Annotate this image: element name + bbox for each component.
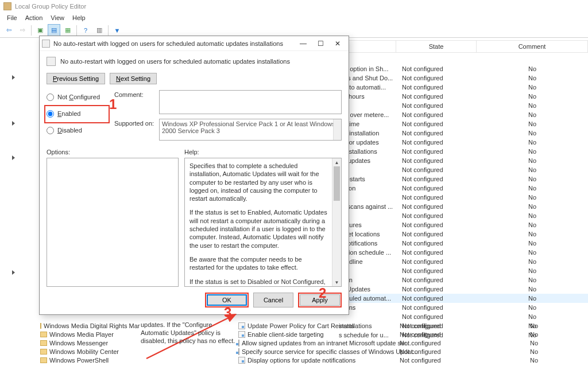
nav-back-button[interactable]: ⇦ — [2, 24, 15, 37]
comment-input[interactable] — [159, 90, 342, 114]
table-row[interactable]: Not configuredNo — [339, 193, 588, 202]
tree-item[interactable]: Windows Media Digital Rights Mar — [40, 321, 135, 330]
cell-comment: No — [477, 130, 588, 137]
table-row[interactable]: ernet locationsNot configuredNo — [339, 229, 588, 239]
table-row[interactable]: ates and Shut Do...Not configuredNo — [339, 73, 588, 83]
toolbar-separator — [76, 25, 77, 36]
grid-header-comment[interactable]: Comment — [477, 41, 588, 52]
policy-icon — [238, 340, 239, 346]
grid-header-state[interactable]: State — [396, 41, 477, 52]
folder-up-button[interactable]: ▣ — [34, 24, 47, 37]
scroll-thumb[interactable] — [334, 166, 340, 201]
cell-comment: No — [477, 221, 588, 228]
ok-button[interactable]: OK — [207, 294, 247, 306]
table-row[interactable]: d restartsNot configuredNo — [339, 174, 588, 184]
table-row[interactable]: ication schedule ...Not configuredNo — [339, 248, 588, 257]
table-row[interactable]: ent to automati...Not configuredNo — [339, 83, 588, 92]
tree-expand-icon[interactable] — [10, 75, 17, 81]
table-row[interactable]: Not configuredNo — [339, 211, 588, 220]
list-item[interactable]: Allow signed updates from an intranet Mi… — [238, 338, 399, 347]
cell-comment: No — [477, 286, 588, 293]
table-row[interactable]: Not configuredNo — [339, 101, 588, 110]
table-row[interactable]: Not configuredNo — [339, 266, 588, 275]
tree-item[interactable]: Windows Messenger — [40, 338, 135, 347]
table-row[interactable]: Not configuredNo — [400, 330, 588, 338]
tree-expand-icon[interactable] — [10, 270, 17, 277]
minimize-button[interactable]: — — [295, 37, 312, 50]
table-row[interactable]: deadlineNot configuredNo — [339, 257, 588, 266]
table-row[interactable]: wn' option in Sh...Not configuredNo — [339, 64, 588, 73]
scrollbar[interactable] — [333, 119, 341, 140]
table-row[interactable]: Not configuredNo — [400, 338, 588, 347]
cell-state: Not configured — [396, 166, 477, 173]
table-row[interactable]: ate installationNot configuredNo — [339, 129, 588, 138]
cell-comment: No — [477, 304, 588, 311]
radio-enabled[interactable]: Enabled — [47, 109, 105, 118]
apply-button[interactable]: Apply — [300, 294, 340, 306]
table-row[interactable]: Not configuredNo — [400, 347, 588, 356]
table-row[interactable]: ed timeNot configuredNo — [339, 119, 588, 129]
nav-forward-button[interactable]: ⇨ — [16, 24, 29, 37]
table-row[interactable]: tic UpdatesNot configuredNo — [339, 285, 588, 294]
tree-expand-icon[interactable] — [10, 120, 17, 127]
tree-expand-icon[interactable] — [10, 155, 17, 162]
table-row[interactable]: Not configuredNo — [400, 321, 588, 330]
export-button[interactable]: ▦ — [61, 24, 74, 37]
table-row[interactable]: e notificationsNot configuredNo — [339, 239, 588, 248]
scroll-up-icon[interactable]: ▲ — [332, 158, 341, 166]
radio-disabled-input[interactable] — [47, 127, 54, 134]
radio-not-configured[interactable]: Not Configured — [47, 92, 110, 102]
folder-icon — [40, 349, 47, 355]
menu-file[interactable]: File — [3, 13, 21, 22]
options-label: Options: — [47, 149, 179, 155]
policy-grid-bottom: Not configuredNoNot configuredNoNot conf… — [400, 321, 588, 364]
cell-state: Not configured — [396, 84, 477, 91]
refresh-button[interactable]: ▤ — [48, 24, 60, 37]
cell-state: Not configured — [396, 304, 477, 311]
dialog-description-row: No auto-restart with logged on users for… — [47, 57, 342, 66]
table-row[interactable]: se scans against ...Not configuredNo — [339, 202, 588, 211]
tree-item[interactable]: Windows Media Player — [40, 330, 135, 338]
table-row[interactable]: e installationsNot configuredNo — [339, 147, 588, 156]
menu-view[interactable]: View — [47, 13, 68, 22]
next-setting-button[interactable]: Next Setting — [110, 73, 157, 84]
radio-enabled-input[interactable] — [47, 110, 54, 118]
properties-button[interactable]: ▥ — [93, 24, 106, 37]
previous-setting-button[interactable]: Previous Setting — [47, 73, 105, 84]
menu-help[interactable]: Help — [69, 13, 89, 22]
dialog-description: No auto-restart with logged on users for… — [60, 58, 290, 65]
table-row[interactable]: ationNot configuredNo — [339, 275, 588, 285]
radio-not-configured-input[interactable] — [47, 94, 54, 101]
help-button[interactable]: ? — [79, 24, 92, 37]
help-scrollbar[interactable]: ▲ ▼ — [332, 158, 341, 286]
radio-disabled[interactable]: Disabled — [47, 126, 110, 135]
table-row[interactable]: cationNot configuredNo — [339, 184, 588, 193]
list-item[interactable]: Enable client-side targeting — [238, 330, 399, 338]
menu-action[interactable]: Action — [22, 13, 47, 22]
list-item[interactable]: Display options for update notifications — [238, 356, 399, 364]
table-row[interactable]: featuresNot configuredNo — [339, 220, 588, 229]
table-row[interactable]: Not configuredNo — [400, 356, 588, 364]
tree-item[interactable]: Windows Mobility Center — [40, 347, 135, 356]
table-row[interactable]: Not configuredNo — [339, 312, 588, 321]
table-row[interactable]: ns for updatesNot configuredNo — [339, 138, 588, 147]
table-row[interactable]: Not configuredNo — [339, 165, 588, 174]
list-item[interactable]: Update Power Policy for Cart Restarts — [238, 321, 399, 330]
filter-button[interactable]: ▼ — [111, 24, 123, 37]
list-item[interactable]: Specify source service for specific clas… — [238, 347, 399, 356]
help-label: Help: — [184, 149, 342, 155]
table-row[interactable]: ally over metere...Not configuredNo — [339, 110, 588, 119]
tree-item[interactable]: Windows PowerShell — [40, 356, 135, 364]
maximize-button[interactable]: ☐ — [312, 37, 329, 50]
table-row[interactable]: ive hoursNot configuredNo — [339, 92, 588, 101]
dialog-titlebar[interactable]: No auto-restart with logged on users for… — [40, 36, 349, 51]
window-title: Local Group Policy Editor — [15, 3, 86, 10]
close-button[interactable]: ✕ — [329, 37, 346, 50]
table-row[interactable]: heduled automat...Not configuredNo — [339, 294, 588, 303]
help-box: Specifies that to complete a scheduled i… — [184, 158, 342, 287]
scroll-down-icon[interactable]: ▼ — [332, 278, 341, 286]
cell-state: Not configured — [396, 185, 477, 192]
cancel-button[interactable]: Cancel — [253, 293, 293, 307]
table-row[interactable]: for updatesNot configuredNo — [339, 156, 588, 165]
table-row[interactable]: ationsNot configuredNo — [339, 303, 588, 312]
